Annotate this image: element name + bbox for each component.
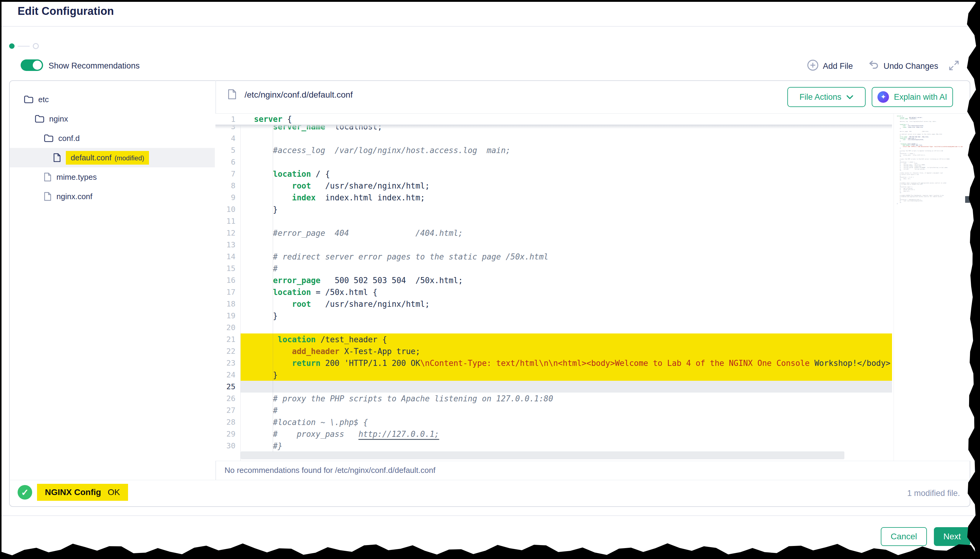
tree-item-nginx[interactable]: nginx	[10, 109, 215, 129]
line-number: 23	[216, 359, 240, 367]
file-icon	[227, 89, 237, 101]
code-line[interactable]: 27 #	[216, 404, 892, 416]
code-line[interactable]: 18 root /usr/share/nginx/html;	[216, 298, 892, 310]
line-number: 4	[216, 134, 240, 143]
line-text: # redirect server error pages to the sta…	[240, 252, 549, 261]
code-line[interactable]: 21 location /test_header {	[216, 334, 892, 345]
tree-label: conf.d	[58, 134, 80, 143]
sticky-line: 1server {	[216, 114, 892, 125]
line-number: 18	[216, 299, 240, 308]
modified-suffix: (modified)	[114, 154, 144, 162]
nginx-config-status-badge: NGINX Config OK	[37, 484, 128, 501]
code-line[interactable]: 16 error_page 500 502 503 504 /50x.html;	[216, 275, 892, 286]
code-line[interactable]: 30 #}	[216, 440, 892, 452]
code-line[interactable]: 23 return 200 'HTTP/1.1 200 OK\nContent-…	[216, 357, 892, 369]
code-line[interactable]: 17 location = /50x.html {	[216, 286, 892, 298]
code-line[interactable]: 13	[216, 239, 892, 251]
tree-item-conf-d[interactable]: conf.d	[10, 129, 215, 148]
cancel-button[interactable]: Cancel	[881, 527, 927, 546]
torn-edge-bottom	[0, 543, 980, 559]
line-number: 15	[216, 264, 240, 273]
vertical-scrollbar[interactable]	[965, 114, 972, 461]
line-number: 30	[216, 442, 240, 450]
line-number: 7	[216, 169, 240, 178]
code-line[interactable]: 25	[216, 381, 892, 393]
torn-edge-left	[0, 0, 2, 559]
file-actions-button[interactable]: File Actions	[787, 87, 866, 107]
line-number: 10	[216, 205, 240, 214]
show-recommendations-toggle[interactable]	[21, 60, 43, 71]
code-line[interactable]: 14 # redirect server error pages to the …	[216, 251, 892, 263]
add-file-label: Add File	[823, 61, 853, 71]
horizontal-scrollbar[interactable]	[240, 452, 844, 459]
undo-changes-button[interactable]: Undo Changes	[868, 60, 938, 73]
code-line[interactable]: 20	[216, 322, 892, 334]
line-text: }	[240, 205, 278, 214]
line-number: 9	[216, 193, 240, 202]
code-line[interactable]: 1server {	[216, 114, 292, 125]
line-number: 19	[216, 311, 240, 320]
file-icon	[44, 172, 51, 182]
explain-ai-label: Explain with AI	[894, 93, 947, 102]
line-number: 27	[216, 406, 240, 415]
stepper-connector	[18, 46, 30, 47]
code-line[interactable]: 9 index index.html index.htm;	[216, 192, 892, 203]
code-line[interactable]: 22 add_header X-Test-App true;	[216, 345, 892, 357]
tree-label: nginx	[49, 114, 68, 124]
footer-divider	[0, 515, 980, 516]
line-text: root /usr/share/nginx/html;	[240, 299, 429, 309]
minimap[interactable]: server { listen 80 default_server; serve…	[894, 114, 963, 461]
code-line[interactable]: 4	[216, 132, 892, 144]
tree-label: nginx.conf	[56, 192, 93, 201]
line-text: #	[240, 406, 278, 415]
code-line[interactable]: 10 }	[216, 203, 892, 215]
code-editor[interactable]: 3 server_name localhost;45 #access_log /…	[216, 114, 972, 461]
tree-item-mime-types[interactable]: mime.types	[10, 167, 215, 187]
code-line[interactable]: 8 root /usr/share/nginx/html;	[216, 180, 892, 192]
code-line[interactable]: 26 # proxy the PHP scripts to Apache lis…	[216, 393, 892, 404]
tree-item-nginx-conf[interactable]: nginx.conf	[10, 187, 215, 206]
next-button[interactable]: Next	[934, 527, 970, 546]
line-text: }	[240, 370, 278, 380]
line-text: location /test_header {	[240, 335, 387, 344]
line-number: 26	[216, 394, 240, 403]
scrollbar-thumb[interactable]	[965, 196, 972, 203]
tree-item-etc[interactable]: etc	[10, 90, 215, 109]
code-line[interactable]: 6	[216, 156, 892, 168]
line-text: # proxy the PHP scripts to Apache listen…	[240, 394, 553, 403]
line-number: 11	[216, 217, 240, 225]
code-line[interactable]: 15 #	[216, 263, 892, 275]
code-line[interactable]: 28 #location ~ \.php$ {	[216, 416, 892, 428]
undo-icon	[868, 60, 879, 73]
indent-guide	[273, 122, 273, 452]
header-divider	[0, 26, 980, 26]
line-number: 25	[216, 382, 240, 391]
line-text: root /usr/share/nginx/html;	[240, 181, 429, 190]
code-line[interactable]: 24 }	[216, 369, 892, 381]
code-line[interactable]: 29 # proxy_pass http://127.0.0.1;	[216, 428, 892, 440]
add-file-button[interactable]: Add File	[807, 60, 853, 73]
modified-file-highlight: default.conf (modified)	[66, 151, 149, 165]
code-line[interactable]: 5 #access_log /var/log/nginx/host.access…	[216, 144, 892, 156]
stepper-step-1[interactable]	[9, 43, 15, 49]
minimap-line: }	[897, 203, 963, 205]
code-line[interactable]: 19 }	[216, 310, 892, 322]
expand-icon[interactable]	[948, 60, 959, 72]
line-text: add_header X-Test-App true;	[240, 347, 420, 356]
line-number: 1	[216, 115, 240, 124]
code-line[interactable]: 11	[216, 215, 892, 227]
tree-item-default-conf[interactable]: default.conf (modified)	[10, 148, 215, 167]
line-number: 17	[216, 288, 240, 296]
edit-configuration-screen: { "header": { "title": "Edit Configurati…	[0, 0, 980, 559]
chevron-down-icon	[846, 93, 854, 102]
line-number: 14	[216, 252, 240, 261]
code-line[interactable]: 12 #error_page 404 /404.html;	[216, 227, 892, 239]
sticky-shadow	[216, 125, 892, 129]
code-line[interactable]: 7 location / {	[216, 168, 892, 180]
undo-changes-label: Undo Changes	[884, 61, 938, 71]
stepper-step-2[interactable]	[33, 43, 39, 49]
status-divider	[9, 480, 970, 480]
explain-with-ai-button[interactable]: ✦ Explain with AI	[872, 87, 953, 107]
line-number: 28	[216, 418, 240, 427]
line-text: # proxy_pass http://127.0.0.1;	[240, 430, 439, 439]
